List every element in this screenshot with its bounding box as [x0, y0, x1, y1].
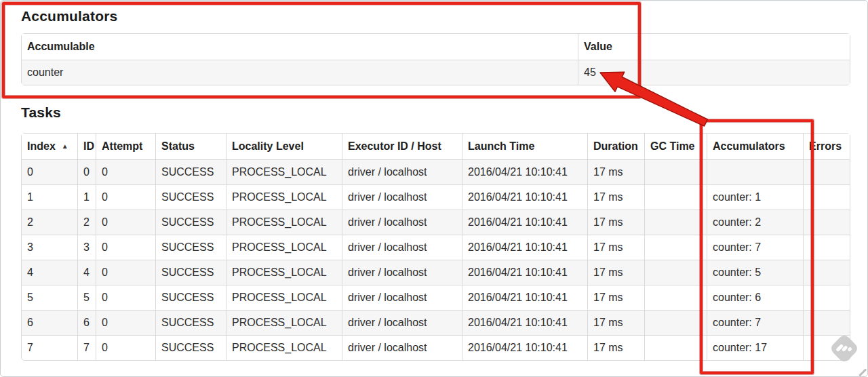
task-status-cell: SUCCESS	[155, 210, 226, 235]
task-errors-cell	[803, 210, 850, 235]
task-gc-time-cell	[644, 310, 707, 335]
attempt-column-header[interactable]: Attempt	[96, 134, 155, 159]
task-accumulators-cell: counter: 17	[707, 335, 803, 360]
task-row: 6 6 0 SUCCESS PROCESS_LOCAL driver / loc…	[22, 310, 850, 335]
task-gc-time-cell	[644, 335, 707, 360]
task-gc-time-cell	[644, 184, 707, 210]
task-duration-cell: 17 ms	[587, 285, 644, 310]
task-id-cell: 6	[77, 310, 96, 335]
task-executor-cell: driver / localhost	[342, 310, 462, 335]
id-column-header[interactable]: ID	[77, 134, 96, 159]
accumulators-section-title: Accumulators	[21, 8, 117, 24]
task-launch-time-cell: 2016/04/21 10:10:41	[462, 335, 587, 360]
duration-column-header[interactable]: Duration	[587, 134, 644, 159]
task-id-cell: 0	[77, 159, 96, 184]
task-launch-time-cell: 2016/04/21 10:10:41	[462, 260, 587, 285]
executor-id-host-column-header[interactable]: Executor ID / Host	[342, 134, 462, 159]
task-index-cell: 1	[22, 184, 77, 210]
task-duration-cell: 17 ms	[587, 159, 644, 184]
task-launch-time-cell: 2016/04/21 10:10:41	[462, 310, 587, 335]
task-errors-cell	[803, 184, 850, 210]
accumulable-value-cell: 45	[578, 60, 850, 85]
task-errors-cell	[803, 310, 850, 335]
task-locality-cell: PROCESS_LOCAL	[226, 285, 342, 310]
tasks-section-title: Tasks	[21, 104, 61, 121]
task-gc-time-cell	[644, 285, 707, 310]
task-attempt-cell: 0	[96, 310, 155, 335]
task-errors-cell	[803, 159, 850, 184]
errors-column-header[interactable]: Errors	[803, 134, 850, 159]
index-column-header[interactable]: Index▲	[22, 134, 77, 159]
task-attempt-cell: 0	[96, 285, 155, 310]
task-row: 4 4 0 SUCCESS PROCESS_LOCAL driver / loc…	[22, 260, 850, 285]
task-index-cell: 4	[22, 260, 77, 285]
task-gc-time-cell	[644, 210, 707, 235]
task-status-cell: SUCCESS	[155, 184, 226, 210]
task-accumulators-cell	[707, 159, 803, 184]
task-errors-cell	[803, 260, 850, 285]
task-attempt-cell: 0	[96, 335, 155, 360]
task-id-cell: 4	[77, 260, 96, 285]
task-row: 0 0 0 SUCCESS PROCESS_LOCAL driver / loc…	[22, 159, 850, 184]
task-accumulators-cell: counter: 5	[707, 260, 803, 285]
task-duration-cell: 17 ms	[587, 210, 644, 235]
accumulators-column-header[interactable]: Accumulators	[707, 134, 803, 159]
task-row: 2 2 0 SUCCESS PROCESS_LOCAL driver / loc…	[22, 210, 850, 235]
accumulable-column-header[interactable]: Accumulable	[22, 34, 578, 60]
task-duration-cell: 17 ms	[587, 184, 644, 210]
task-row: 5 5 0 SUCCESS PROCESS_LOCAL driver / loc…	[22, 285, 850, 310]
task-row: 3 3 0 SUCCESS PROCESS_LOCAL driver / loc…	[22, 235, 850, 260]
tasks-header-row: Index▲ ID Attempt Status Locality Level …	[22, 134, 850, 159]
task-index-cell: 6	[22, 310, 77, 335]
status-column-header[interactable]: Status	[155, 134, 226, 159]
task-launch-time-cell: 2016/04/21 10:10:41	[462, 285, 587, 310]
locality-level-column-header[interactable]: Locality Level	[226, 134, 342, 159]
task-executor-cell: driver / localhost	[342, 235, 462, 260]
task-row: 1 1 0 SUCCESS PROCESS_LOCAL driver / loc…	[22, 184, 850, 210]
task-accumulators-cell: counter: 1	[707, 184, 803, 210]
task-locality-cell: PROCESS_LOCAL	[226, 235, 342, 260]
task-index-cell: 2	[22, 210, 77, 235]
task-locality-cell: PROCESS_LOCAL	[226, 159, 342, 184]
tasks-table: Index▲ ID Attempt Status Locality Level …	[21, 133, 850, 361]
task-executor-cell: driver / localhost	[342, 210, 462, 235]
task-errors-cell	[803, 285, 850, 310]
gc-time-column-header[interactable]: GC Time	[644, 134, 707, 159]
task-executor-cell: driver / localhost	[342, 335, 462, 360]
task-status-cell: SUCCESS	[155, 335, 226, 360]
task-id-cell: 2	[77, 210, 96, 235]
task-duration-cell: 17 ms	[587, 260, 644, 285]
task-launch-time-cell: 2016/04/21 10:10:41	[462, 210, 587, 235]
spark-ui-stage-page: Accumulators Accumulable Value counter 4…	[0, 0, 868, 377]
accumulators-table: Accumulable Value counter 45	[21, 33, 850, 85]
index-header-label: Index	[27, 140, 56, 152]
launch-time-column-header[interactable]: Launch Time	[462, 134, 587, 159]
task-attempt-cell: 0	[96, 260, 155, 285]
task-attempt-cell: 0	[96, 159, 155, 184]
task-errors-cell	[803, 235, 850, 260]
task-id-cell: 7	[77, 335, 96, 360]
task-duration-cell: 17 ms	[587, 310, 644, 335]
task-index-cell: 7	[22, 335, 77, 360]
task-duration-cell: 17 ms	[587, 235, 644, 260]
task-locality-cell: PROCESS_LOCAL	[226, 335, 342, 360]
task-gc-time-cell	[644, 235, 707, 260]
task-executor-cell: driver / localhost	[342, 285, 462, 310]
value-column-header[interactable]: Value	[578, 34, 850, 60]
task-index-cell: 5	[22, 285, 77, 310]
task-index-cell: 0	[22, 159, 77, 184]
sort-ascending-icon: ▲	[62, 142, 68, 150]
task-status-cell: SUCCESS	[155, 159, 226, 184]
task-status-cell: SUCCESS	[155, 285, 226, 310]
task-attempt-cell: 0	[96, 184, 155, 210]
task-locality-cell: PROCESS_LOCAL	[226, 260, 342, 285]
task-gc-time-cell	[644, 159, 707, 184]
task-locality-cell: PROCESS_LOCAL	[226, 184, 342, 210]
task-id-cell: 5	[77, 285, 96, 310]
resize-handle-icon	[859, 368, 867, 376]
task-id-cell: 1	[77, 184, 96, 210]
task-row: 7 7 0 SUCCESS PROCESS_LOCAL driver / loc…	[22, 335, 850, 360]
task-locality-cell: PROCESS_LOCAL	[226, 210, 342, 235]
task-launch-time-cell: 2016/04/21 10:10:41	[462, 159, 587, 184]
task-index-cell: 3	[22, 235, 77, 260]
